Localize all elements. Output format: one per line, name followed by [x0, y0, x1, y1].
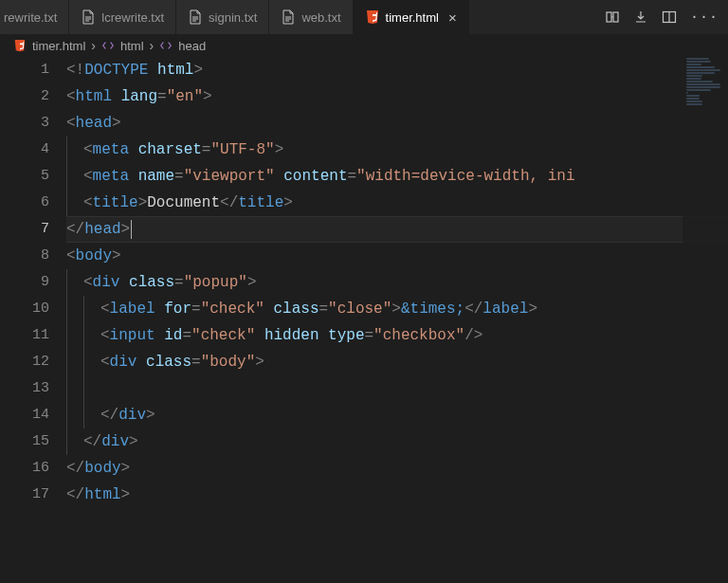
code-line[interactable]: <meta name="viewport" content="width=dev…	[66, 163, 728, 190]
code-line[interactable]: </div>	[66, 428, 728, 455]
compare-icon[interactable]	[605, 9, 620, 25]
breadcrumb-file: timer.html	[32, 39, 85, 53]
tab-label: timer.html	[386, 10, 439, 25]
code-line[interactable]: </div>	[66, 402, 728, 428]
minimap[interactable]	[682, 57, 728, 583]
tab-timer[interactable]: timer.html ×	[354, 0, 469, 34]
html-file-icon	[13, 39, 27, 52]
code-line[interactable]	[66, 375, 728, 402]
code-line[interactable]: <meta charset="UTF-8">	[66, 137, 728, 163]
symbol-icon	[159, 39, 173, 52]
tab-label: signin.txt	[209, 10, 257, 25]
breadcrumb-segment: html	[120, 39, 144, 53]
chevron-right-icon: ›	[91, 38, 96, 53]
svg-rect-0	[607, 12, 611, 22]
file-text-icon	[188, 9, 203, 25]
code-line[interactable]: </body>	[66, 455, 728, 482]
editor-tabs: rewrite.txt lcrewrite.txt signin.txt web…	[0, 0, 728, 34]
tab-label: rewrite.txt	[4, 10, 57, 25]
code-line[interactable]: <div class="body">	[66, 349, 728, 375]
tab-lcrewrite[interactable]: lcrewrite.txt	[69, 0, 176, 34]
html-file-icon	[365, 9, 380, 25]
code-line[interactable]: <body>	[66, 243, 728, 269]
download-icon[interactable]	[633, 9, 648, 25]
close-icon[interactable]: ×	[448, 9, 457, 26]
tab-rewrite[interactable]: rewrite.txt	[0, 0, 69, 34]
tab-label: lcrewrite.txt	[101, 10, 164, 25]
file-text-icon	[81, 9, 96, 25]
code-line[interactable]: <html lang="en">	[66, 83, 728, 110]
symbol-icon	[101, 39, 115, 52]
code-area[interactable]: <!DOCTYPE html><html lang="en"><head><me…	[66, 57, 728, 583]
svg-rect-1	[613, 12, 618, 22]
code-editor[interactable]: 1234567891011121314151617 <!DOCTYPE html…	[0, 57, 728, 583]
line-gutter: 1234567891011121314151617	[0, 57, 66, 583]
chevron-right-icon: ›	[150, 38, 155, 53]
tab-label: web.txt	[301, 10, 340, 25]
code-line[interactable]: <div class="popup">	[66, 269, 728, 296]
tab-actions: ···	[595, 0, 728, 34]
code-line[interactable]: <label for="check" class="close">&times;…	[66, 296, 728, 322]
tab-signin[interactable]: signin.txt	[176, 0, 269, 34]
breadcrumb[interactable]: timer.html › html › head	[0, 34, 728, 57]
file-text-icon	[281, 9, 296, 25]
tab-web[interactable]: web.txt	[269, 0, 353, 34]
code-line[interactable]: <head>	[66, 110, 728, 137]
code-line[interactable]: </html>	[66, 482, 728, 508]
code-line[interactable]: <input id="check" hidden type="checkbox"…	[66, 322, 728, 349]
more-actions-icon[interactable]: ···	[690, 9, 719, 26]
code-line[interactable]: </head>	[66, 216, 728, 243]
split-editor-icon[interactable]	[662, 9, 677, 25]
code-line[interactable]: <!DOCTYPE html>	[66, 57, 728, 83]
code-line[interactable]: <title>Document</title>	[66, 190, 728, 216]
breadcrumb-segment: head	[178, 39, 206, 53]
